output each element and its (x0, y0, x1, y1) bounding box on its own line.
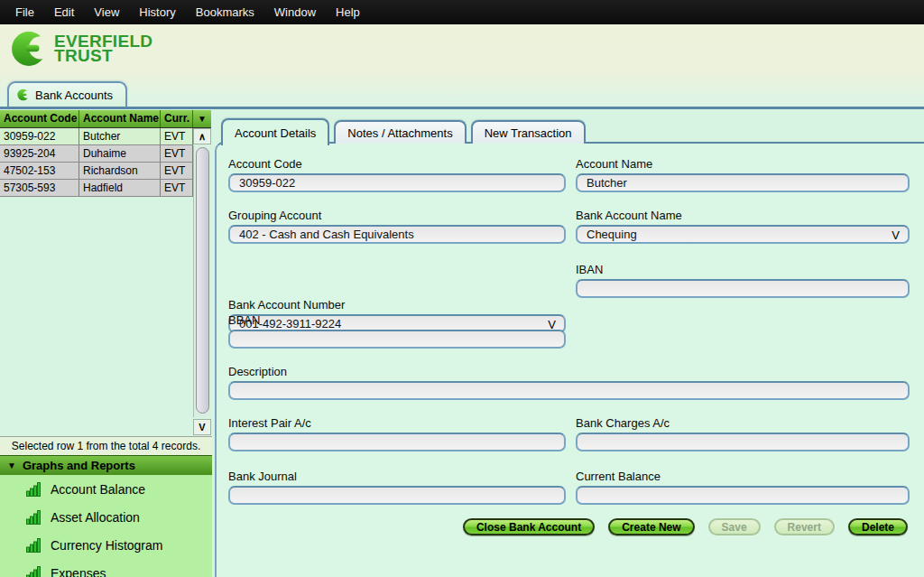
bban-label: BBAN (228, 313, 566, 327)
account-name-label: Account Name (576, 157, 910, 171)
bank-journal-field[interactable] (228, 486, 566, 505)
action-button-bar: Close Bank Account Create New Save Rever… (217, 518, 908, 535)
bank-account-name-label: Bank Account Name (576, 209, 910, 222)
bban-field[interactable] (228, 330, 566, 349)
delete-button[interactable]: Delete (848, 518, 908, 535)
cell-account-code: 57305-593 (0, 180, 79, 196)
accounts-table: Account Code Account Name Curr. 30959-02… (0, 110, 193, 197)
bank-journal-label: Bank Journal (228, 470, 566, 483)
cell-account-name: Richardson (79, 163, 161, 179)
report-item-asset-allocation[interactable]: Asset Allocation (0, 503, 212, 531)
tab-bank-accounts-label: Bank Accounts (35, 88, 113, 102)
dropdown-chevron-icon[interactable]: V (892, 228, 900, 242)
interest-pair-field[interactable] (228, 433, 566, 451)
bank-charges-field[interactable] (576, 433, 910, 451)
report-item-label: Currency Histogram (51, 538, 162, 553)
table-row[interactable]: 57305-593 Hadfield EVT (0, 180, 193, 197)
brand-logo: EVERFIELD TRUST (11, 30, 152, 68)
iban-label: IBAN (576, 263, 910, 276)
menu-bookmarks[interactable]: Bookmarks (186, 0, 264, 24)
table-row[interactable]: 93925-204 Duhaime EVT (0, 145, 193, 163)
report-item-label: Account Balance (51, 482, 145, 497)
accounts-sidebar: Account Code Account Name Curr. 30959-02… (0, 109, 212, 577)
table-row[interactable]: 30959-022 Butcher EVT (0, 128, 193, 145)
bar-chart-icon (26, 482, 42, 497)
report-item-label: Expenses (51, 566, 106, 577)
revert-button[interactable]: Revert (774, 518, 835, 535)
col-header-currency[interactable]: Curr. (161, 110, 193, 127)
col-header-account-code[interactable]: Account Code (0, 110, 79, 127)
bar-chart-icon (26, 538, 42, 553)
menu-view[interactable]: View (84, 0, 129, 24)
menu-window[interactable]: Window (264, 0, 326, 24)
cell-currency: EVT (161, 128, 193, 144)
tab-bank-accounts[interactable]: Bank Accounts (7, 81, 127, 107)
report-item-expenses[interactable]: Expenses (0, 559, 212, 577)
cell-currency: EVT (161, 163, 193, 179)
grouping-account-field[interactable] (228, 225, 566, 244)
report-item-label: Asset Allocation (51, 510, 140, 525)
table-row[interactable]: 47502-153 Richardson EVT (0, 163, 193, 180)
close-bank-account-button[interactable]: Close Bank Account (463, 518, 595, 535)
cell-currency: EVT (161, 145, 193, 162)
bank-account-name-select[interactable] (576, 225, 910, 244)
column-menu-icon[interactable]: ▼ (193, 110, 211, 128)
graphs-reports-label: Graphs and Reports (23, 459, 135, 472)
menu-edit[interactable]: Edit (44, 0, 84, 24)
scroll-down-icon[interactable]: V (193, 419, 211, 435)
cell-account-name: Duhaime (79, 145, 161, 162)
description-label: Description (228, 365, 910, 378)
cell-account-name: Butcher (79, 128, 161, 144)
bank-accounts-panel: Account Code Account Name Curr. 30959-02… (0, 107, 924, 577)
cell-account-code: 30959-022 (0, 128, 79, 144)
description-field[interactable] (228, 381, 910, 400)
menu-bar: File Edit View History Bookmarks Window … (0, 0, 924, 24)
account-detail-panel: Account Details Notes / Attachments New … (215, 142, 924, 577)
account-code-field[interactable] (228, 173, 566, 192)
brand-name: EVERFIELD TRUST (54, 34, 152, 63)
cell-currency: EVT (161, 180, 193, 196)
collapse-triangle-icon: ▼ (7, 461, 16, 470)
scrollbar-thumb[interactable] (196, 147, 209, 414)
iban-field[interactable] (576, 279, 910, 298)
tab-notes-attachments[interactable]: Notes / Attachments (334, 120, 466, 144)
interest-pair-label: Interest Pair A/c (228, 416, 566, 430)
account-code-label: Account Code (228, 157, 566, 171)
current-balance-label: Current Balance (576, 470, 910, 483)
scroll-up-icon[interactable]: ∧ (193, 128, 211, 144)
tab-new-transaction[interactable]: New Transaction (471, 120, 586, 144)
account-name-field[interactable] (576, 173, 910, 192)
bank-account-number-label: Bank Account Number (228, 298, 566, 312)
everfield-crescent-icon (11, 30, 49, 68)
menu-help[interactable]: Help (326, 0, 370, 24)
cell-account-code: 93925-204 (0, 145, 79, 162)
report-list: Account Balance Asset Allocation (0, 475, 212, 577)
accounts-table-header: Account Code Account Name Curr. (0, 110, 193, 128)
scrollbar-track (193, 145, 211, 417)
selection-status: Selected row 1 from the total 4 records. (0, 436, 212, 455)
cell-account-code: 47502-153 (0, 163, 79, 179)
current-balance-field[interactable] (576, 486, 910, 505)
tab-account-details[interactable]: Account Details (221, 118, 329, 145)
app-header: EVERFIELD TRUST Bank Accounts (0, 24, 924, 107)
detail-tabs: Account Details Notes / Attachments New … (221, 118, 586, 144)
bar-chart-icon (26, 510, 42, 525)
bar-chart-icon (26, 566, 42, 577)
graphs-reports-header[interactable]: ▼ Graphs and Reports (0, 455, 212, 475)
table-scrollbar: ▼ ∧ V (193, 110, 211, 435)
everfield-mini-icon (17, 88, 30, 101)
report-item-account-balance[interactable]: Account Balance (0, 475, 212, 503)
grouping-account-label: Grouping Account (228, 209, 566, 222)
col-header-account-name[interactable]: Account Name (79, 110, 161, 127)
menu-history[interactable]: History (129, 0, 185, 24)
save-button[interactable]: Save (708, 518, 761, 535)
create-new-button[interactable]: Create New (608, 518, 694, 535)
bank-charges-label: Bank Charges A/c (576, 416, 910, 430)
menu-file[interactable]: File (5, 0, 44, 24)
report-item-currency-histogram[interactable]: Currency Histogram (0, 531, 212, 559)
cell-account-name: Hadfield (79, 180, 161, 196)
